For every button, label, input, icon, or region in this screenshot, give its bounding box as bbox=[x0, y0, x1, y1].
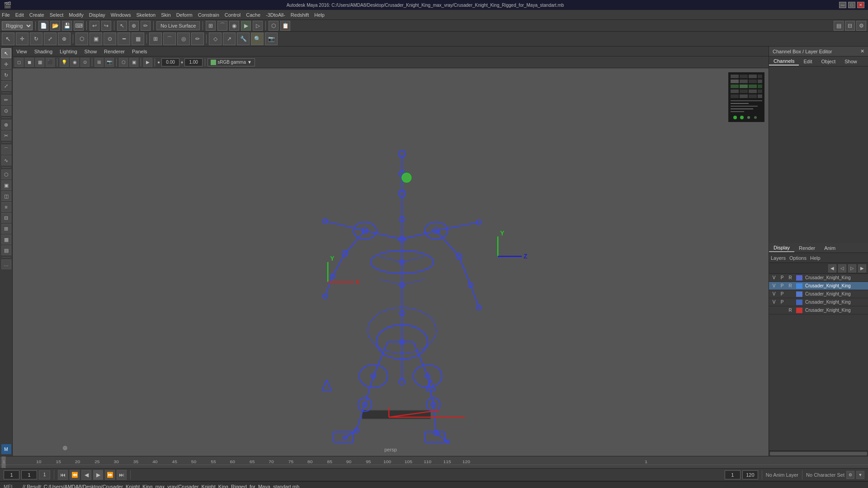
deform2-lt-btn[interactable]: ▣ bbox=[1, 180, 11, 190]
render-btn[interactable]: ▶ bbox=[241, 21, 251, 31]
char-set-extra-btn[interactable]: ▼ bbox=[856, 471, 864, 479]
layer-p[interactable]: P bbox=[779, 291, 785, 296]
layer-row[interactable]: V P R Crusader_Knight_King bbox=[769, 282, 868, 290]
layer-row[interactable]: R Crusader_Knight_King bbox=[769, 306, 868, 314]
right-scrollbar[interactable] bbox=[769, 450, 868, 456]
layer-next2-btn[interactable]: ▷ bbox=[848, 264, 856, 272]
layer-row[interactable]: V P Crusader_Knight_King bbox=[769, 298, 868, 306]
deform1-lt-btn[interactable]: ⬡ bbox=[1, 169, 11, 179]
resolution-btn[interactable]: ⬡ bbox=[119, 58, 128, 67]
snap-curve-btn[interactable]: ⌒ bbox=[217, 21, 227, 31]
layer-v[interactable]: V bbox=[771, 300, 777, 305]
move-tool[interactable]: ✛ bbox=[16, 33, 28, 45]
menu-deform[interactable]: Deform bbox=[176, 12, 193, 18]
camera-btn[interactable]: 📷 bbox=[265, 33, 278, 45]
close-button[interactable]: ✕ bbox=[857, 2, 864, 8]
outliner-btn[interactable]: 📋 bbox=[280, 21, 290, 31]
play-fwd-btn[interactable]: ▶ bbox=[93, 470, 103, 480]
joint-tool[interactable]: ◇ bbox=[209, 33, 222, 45]
range-start-input[interactable] bbox=[725, 470, 741, 479]
vp-menu-lighting[interactable]: Lighting bbox=[60, 49, 77, 54]
select-lt-btn[interactable]: ↖ bbox=[1, 48, 11, 58]
scroll-thumb[interactable] bbox=[770, 452, 867, 455]
edge-mode-btn[interactable]: ━ bbox=[118, 33, 130, 45]
lasso-tool-btn[interactable]: ⊕ bbox=[129, 21, 139, 31]
ao-btn[interactable]: ⊙ bbox=[80, 58, 90, 67]
last-tool[interactable]: ⊕ bbox=[58, 33, 71, 45]
char-set-menu-btn[interactable]: ⚙ bbox=[846, 471, 854, 479]
start-frame-input[interactable] bbox=[4, 470, 19, 479]
subtab-layers[interactable]: Layers bbox=[771, 255, 786, 261]
redo-button[interactable]: ↪ bbox=[101, 21, 111, 31]
timeline-track[interactable]: 1 10 15 20 25 30 35 40 45 50 55 60 65 70… bbox=[0, 456, 868, 468]
layer-v[interactable]: V bbox=[771, 291, 777, 296]
paint-sel-btn[interactable]: ✏ bbox=[191, 33, 204, 45]
menu-edit[interactable]: Edit bbox=[15, 12, 24, 18]
ik-handle-btn[interactable]: ↗ bbox=[223, 33, 236, 45]
deform3-lt-btn[interactable]: ◫ bbox=[1, 191, 11, 201]
scale-lt-btn[interactable]: ⤢ bbox=[1, 81, 11, 91]
layer-p[interactable]: P bbox=[779, 300, 785, 305]
layer-lt-btn[interactable]: ≡ bbox=[1, 202, 11, 212]
vp-menu-show[interactable]: Show bbox=[85, 49, 97, 54]
rotate-tool[interactable]: ↻ bbox=[30, 33, 42, 45]
lighting-btn[interactable]: 💡 bbox=[60, 58, 69, 67]
menu-control[interactable]: Control bbox=[225, 12, 241, 18]
shaded-btn[interactable]: ◼ bbox=[25, 58, 34, 67]
shadow-btn[interactable]: ◉ bbox=[70, 58, 79, 67]
undo-button[interactable]: ↩ bbox=[90, 21, 99, 31]
snap-point-btn[interactable]: ◉ bbox=[229, 21, 239, 31]
cut-lt-btn[interactable]: ✂ bbox=[1, 131, 11, 141]
scale-tool[interactable]: ⤢ bbox=[44, 33, 57, 45]
viewport[interactable]: View Shading Lighting Show Renderer Pane… bbox=[13, 47, 769, 456]
menu-3dto[interactable]: -3DtoAll- bbox=[266, 12, 285, 18]
mode-dropdown[interactable]: Rigging bbox=[2, 21, 33, 30]
channel-box-toggle[interactable]: ▤ bbox=[834, 21, 844, 31]
vp-menu-view[interactable]: View bbox=[16, 49, 27, 54]
layer-r[interactable]: R bbox=[787, 308, 793, 313]
tab-render[interactable]: Render bbox=[794, 244, 820, 252]
node-lt-btn[interactable]: ⊞ bbox=[1, 224, 11, 234]
grid-btn[interactable]: ⊞ bbox=[94, 58, 104, 67]
obj-mode-btn[interactable]: ⬡ bbox=[75, 33, 88, 45]
channel-box-close[interactable]: ✕ bbox=[860, 48, 864, 54]
tab-object[interactable]: Object bbox=[816, 58, 840, 65]
goto-end-btn[interactable]: ⏭ bbox=[117, 470, 127, 480]
skin-btn[interactable]: 🔧 bbox=[237, 33, 250, 45]
layer-prev-btn[interactable]: ◀ bbox=[828, 264, 836, 272]
menu-skeleton[interactable]: Skeleton bbox=[136, 12, 156, 18]
minimize-button[interactable]: — bbox=[839, 2, 846, 8]
lasso-lt-btn[interactable]: ⊕ bbox=[1, 120, 11, 130]
curve1-lt-btn[interactable]: ⌒ bbox=[1, 145, 11, 155]
wireframe-btn[interactable]: ◻ bbox=[14, 58, 24, 67]
vp-menu-shading[interactable]: Shading bbox=[34, 49, 52, 54]
menu-modify[interactable]: Modify bbox=[69, 12, 83, 18]
ipr-render-btn[interactable]: ▷ bbox=[253, 21, 263, 31]
layer-p[interactable]: P bbox=[779, 283, 785, 288]
color-space-selector[interactable]: sRGB gamma ▼ bbox=[208, 58, 255, 66]
subtab-options[interactable]: Options bbox=[789, 255, 807, 261]
menu-skin[interactable]: Skin bbox=[161, 12, 170, 18]
menu-help[interactable]: Help bbox=[314, 12, 325, 18]
range-end-input[interactable] bbox=[742, 470, 758, 479]
hud-btn[interactable]: ▣ bbox=[129, 58, 138, 67]
face-mode-btn[interactable]: ▦ bbox=[132, 33, 144, 45]
camera-btn2[interactable]: 📷 bbox=[105, 58, 114, 67]
open-file-button[interactable]: 📂 bbox=[50, 21, 60, 31]
move-lt-btn[interactable]: ✛ bbox=[1, 59, 11, 69]
tab-show[interactable]: Show bbox=[840, 58, 862, 65]
vp-menu-panels[interactable]: Panels bbox=[132, 49, 147, 54]
gamma-value2[interactable] bbox=[184, 58, 203, 66]
tab-edit[interactable]: Edit bbox=[799, 58, 816, 65]
snap-grid-btn[interactable]: ⊞ bbox=[206, 21, 216, 31]
step-back-btn[interactable]: ⏪ bbox=[70, 470, 80, 480]
save-as-button[interactable]: ⌨ bbox=[74, 21, 84, 31]
layer-p[interactable]: P bbox=[779, 275, 785, 280]
layer-r[interactable]: R bbox=[787, 283, 793, 288]
component-mode-btn[interactable]: ▣ bbox=[90, 33, 102, 45]
step-fwd-btn[interactable]: ⏩ bbox=[105, 470, 115, 480]
snap-btn1[interactable]: ⊞ bbox=[149, 33, 162, 45]
menu-file[interactable]: File bbox=[2, 12, 10, 18]
sculpt-lt-btn[interactable]: ⊙ bbox=[1, 106, 11, 116]
layer-row[interactable]: V P Crusader_Knight_King bbox=[769, 290, 868, 298]
